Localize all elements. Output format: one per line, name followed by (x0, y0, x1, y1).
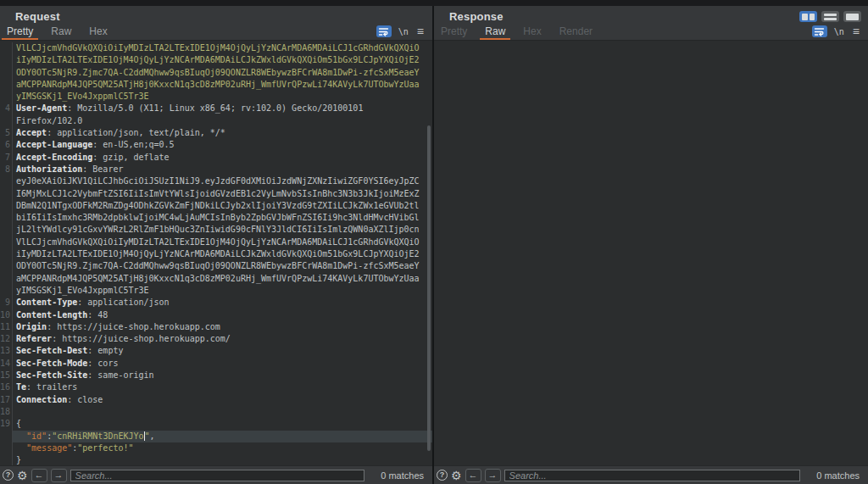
code-text: ODY0OTc5NjR9.Zjmc7QA-C2ddMQhww9qsBIuqOj0… (13, 67, 432, 79)
help-icon[interactable]: ? (437, 470, 448, 481)
request-editor[interactable]: VlLCJjcmVhdGVkQXQiOiIyMDIzLTA2LTExIDE1Oj… (0, 41, 432, 465)
line-number: 7 (0, 152, 13, 164)
tab-pretty[interactable]: Pretty (2, 25, 38, 40)
code-line: } (0, 454, 432, 465)
line-number (0, 260, 13, 272)
line-number (0, 91, 13, 103)
next-match-button[interactable]: → (485, 469, 501, 482)
line-number (0, 175, 13, 187)
code-line: ODY0OTc5NjR9.Zjmc7QA-C2ddMQhww9qsBIuqOj0… (0, 67, 432, 79)
code-text: Content-Length: 48 (13, 309, 432, 321)
code-text: Accept: application/json, text/plain, */… (13, 127, 432, 139)
code-line: 9Content-Type: application/json (0, 297, 432, 309)
layout-rows-button[interactable] (821, 11, 839, 22)
code-line: Firefox/102.0 (0, 115, 432, 127)
code-line: 11Origin: https://juice-shop.herokuapp.c… (0, 321, 432, 333)
line-number: 9 (0, 297, 13, 309)
tab-hex[interactable]: Hex (84, 25, 112, 40)
code-text (13, 406, 432, 418)
code-text: Origin: https://juice-shop.herokuapp.com (13, 321, 432, 333)
show-newlines-toggle[interactable]: \n (834, 27, 844, 36)
line-number (0, 248, 13, 260)
line-number: 4 (0, 103, 13, 114)
layout-glyph-bar (846, 14, 859, 20)
line-number (0, 67, 13, 79)
line-number (0, 115, 13, 127)
request-search-input[interactable] (70, 470, 364, 481)
response-editor[interactable] (434, 41, 868, 465)
code-line: 14Sec-Fetch-Mode: cors (0, 358, 432, 370)
layout-glyph-bar (824, 14, 837, 16)
code-text: Referer: https://juice-shop.herokuapp.co… (13, 333, 432, 345)
line-number: 5 (0, 127, 13, 139)
line-number (0, 454, 13, 465)
code-line: 15Sec-Fetch-Site: same-origin (0, 370, 432, 381)
code-line: 6Accept-Language: en-US,en;q=0.5 (0, 139, 432, 151)
code-line: yIMSGSKj1_EVo4JxppmlC5Tr3E (0, 91, 432, 103)
response-search-input[interactable] (504, 470, 800, 481)
code-text: } (13, 454, 432, 465)
code-line: iIyMDIzLTA2LTExIDE1OjM4OjQyLjYzNCArMDA6M… (0, 248, 432, 260)
next-match-button[interactable]: → (51, 469, 67, 482)
code-line: DBmN2Q1NTgxODFkM2RmZDg4ODhkZGVkZmFjNDkiL… (0, 200, 432, 212)
editor-menu-button[interactable]: ≡ (417, 26, 424, 36)
request-search-bar: ? ⚙ ← → 0 matches (0, 465, 432, 484)
response-panel-title: Response (449, 10, 504, 23)
line-number (0, 42, 13, 54)
line-number: 18 (0, 406, 13, 418)
code-line: 8Authorization: Bearer (0, 164, 432, 175)
search-settings-gear-icon[interactable]: ⚙ (451, 470, 462, 481)
code-text: "id":"cnRHiRMNt3DnEKJYo", (13, 431, 432, 442)
code-line: I6MjMxLCJ1c2VybmFtZSI6IiIsImVtYWlsIjoidG… (0, 188, 432, 200)
word-wrap-toggle-button[interactable] (812, 25, 827, 37)
tab-raw[interactable]: Raw (46, 25, 76, 40)
code-line: "message":"perfecto!" (0, 442, 432, 454)
code-text: Content-Type: application/json (13, 297, 432, 309)
help-icon[interactable]: ? (3, 470, 14, 481)
line-number (0, 236, 13, 248)
code-text: yIMSGSKj1_EVo4JxppmlC5Tr3E (13, 91, 432, 103)
tab-raw[interactable]: Raw (480, 25, 510, 40)
line-number: 11 (0, 321, 13, 333)
line-number: 10 (0, 309, 13, 321)
code-line: 19{ (0, 418, 432, 430)
word-wrap-icon (378, 27, 389, 36)
code-text: Authorization: Bearer (13, 164, 432, 175)
request-tabs-row: PrettyRawHex \n ≡ (0, 25, 432, 41)
line-number: 17 (0, 394, 13, 406)
search-settings-gear-icon[interactable]: ⚙ (17, 470, 28, 481)
code-text: Accept-Language: en-US,en;q=0.5 (13, 139, 432, 151)
request-editor-scrollbar[interactable] (427, 125, 431, 451)
code-line: yIMSGSKj1_EVo4JxppmlC5Tr3E (0, 285, 432, 297)
code-text: biI6IiIsImxhc3RMb2dpbklwIjoiMC4wLjAuMCIs… (13, 212, 432, 224)
request-match-count: 0 matches (375, 470, 424, 481)
previous-match-button[interactable]: ← (31, 469, 47, 482)
line-number (0, 442, 13, 454)
layout-columns-button[interactable] (799, 11, 817, 22)
code-line: biI6IiIsImxhc3RMb2dpbklwIjoiMC4wLjAuMCIs… (0, 212, 432, 224)
request-tabs: PrettyRawHex (2, 25, 120, 40)
layout-single-button[interactable] (843, 11, 861, 22)
response-panel: Response PrettyRawHexRender \ (434, 6, 868, 484)
code-text: jL2ltYWdlcy91cGxvYWRzL2RlZmF1bHQuc3ZnIiw… (13, 224, 432, 236)
code-line: ODY0OTc5NjR9.Zjmc7QA-C2ddMQhww9qsBIuqOj0… (0, 260, 432, 272)
tab-pretty: Pretty (436, 25, 472, 40)
request-panel: Request PrettyRawHex \n ≡ (0, 6, 432, 484)
line-number (0, 200, 13, 212)
code-line: 18 (0, 406, 432, 418)
line-number (0, 285, 13, 297)
line-number (0, 224, 13, 236)
layout-buttons (799, 11, 861, 22)
previous-match-button[interactable]: ← (465, 469, 481, 482)
code-text: Accept-Encoding: gzip, deflate (13, 152, 432, 164)
code-line: eyJ0eXAiOiJKV1QiLCJhbGciOiJSUzI1NiJ9.eyJ… (0, 175, 432, 187)
editor-menu-button[interactable]: ≡ (853, 26, 860, 36)
code-text: Sec-Fetch-Mode: cors (13, 358, 432, 370)
code-text: eyJ0eXAiOiJKV1QiLCJhbGciOiJSUzI1NiJ9.eyJ… (13, 175, 432, 187)
code-text: Connection: close (13, 394, 432, 406)
show-newlines-toggle[interactable]: \n (398, 27, 409, 36)
code-line: iIyMDIzLTA2LTExIDE1OjM4OjQyLjYzNCArMDA6M… (0, 54, 432, 66)
word-wrap-toggle-button[interactable] (376, 25, 392, 37)
line-number (0, 54, 13, 66)
line-number: 15 (0, 370, 13, 381)
